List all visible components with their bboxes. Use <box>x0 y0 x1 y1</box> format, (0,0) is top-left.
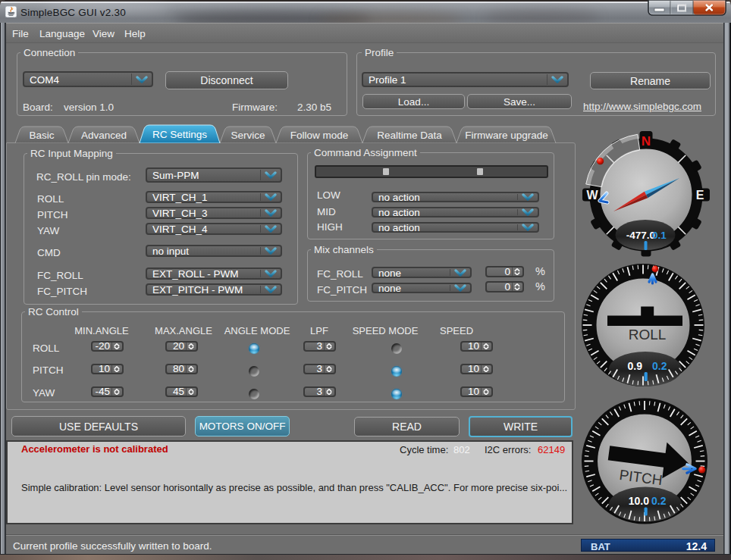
svg-text:N: N <box>642 134 651 149</box>
svg-text:-477.0: -477.0 <box>626 230 655 241</box>
svg-text:Advanced: Advanced <box>81 130 127 141</box>
svg-text:Basic: Basic <box>29 130 54 141</box>
svg-text:Realtime Data: Realtime Data <box>377 130 442 141</box>
svg-text:0.9: 0.9 <box>628 360 643 372</box>
svg-text:Firmware upgrade: Firmware upgrade <box>465 130 548 141</box>
svg-text:ROLL: ROLL <box>629 327 667 343</box>
svg-text:RC Settings: RC Settings <box>152 129 207 140</box>
svg-text:E: E <box>696 189 704 202</box>
svg-text:0.2: 0.2 <box>651 495 667 507</box>
svg-text:Service: Service <box>231 130 265 141</box>
svg-text:0.1: 0.1 <box>652 230 667 241</box>
svg-text:W: W <box>586 189 598 202</box>
svg-text:Follow mode: Follow mode <box>290 130 349 141</box>
svg-text:10.0: 10.0 <box>629 495 649 507</box>
svg-text:0.2: 0.2 <box>652 360 667 372</box>
